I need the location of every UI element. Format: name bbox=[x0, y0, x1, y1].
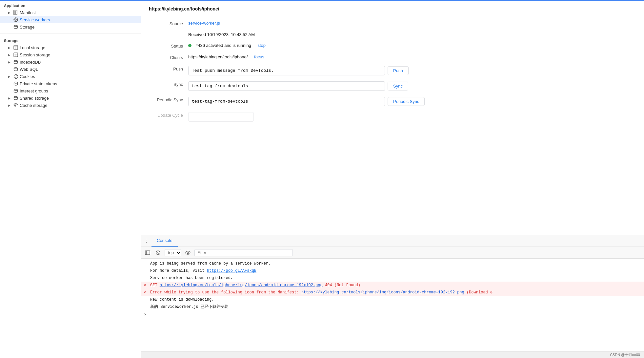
shared-storage-label: Shared storage bbox=[20, 96, 49, 101]
sw-label: Service workers bbox=[20, 17, 50, 22]
manifest-arrow: ▶ bbox=[8, 11, 12, 14]
sidebar-scroll[interactable]: Application ▶ Manifest ▶ bbox=[0, 1, 141, 358]
console-line-6: New content is downloading. bbox=[141, 296, 644, 303]
divider-1 bbox=[0, 33, 141, 33]
svg-line-32 bbox=[157, 251, 159, 254]
status-value: #436 activated and is running stop bbox=[188, 43, 636, 48]
content-panel: https://kylebing.cn/tools/iphone/ Source… bbox=[141, 1, 644, 235]
clients-row: Clients https://kylebing.cn/tools/iphone… bbox=[149, 54, 636, 60]
session-storage-icon bbox=[13, 52, 18, 57]
status-dot bbox=[188, 44, 191, 47]
periodic-sync-input-row: Periodic Sync bbox=[188, 97, 636, 106]
svg-point-22 bbox=[15, 77, 16, 78]
sidebar-item-cache-storage[interactable]: ▶ Cache storage bbox=[0, 102, 141, 109]
sidebar-item-shared-storage[interactable]: ▶ Shared storage bbox=[0, 94, 141, 102]
web-sql-icon bbox=[13, 67, 18, 72]
sidebar-toggle-button[interactable] bbox=[144, 249, 151, 257]
sidebar-item-manifest[interactable]: ▶ Manifest bbox=[0, 9, 141, 16]
console-line-5: ✕ Error while trying to use the followin… bbox=[141, 289, 644, 296]
stop-link[interactable]: stop bbox=[257, 43, 266, 48]
application-section-header: Application bbox=[0, 1, 141, 9]
storage-section-header: Storage bbox=[0, 36, 141, 44]
push-input[interactable] bbox=[188, 66, 385, 75]
svg-point-34 bbox=[187, 252, 189, 253]
console-line-1-text: App is being served from cache by a serv… bbox=[150, 261, 271, 267]
sidebar-item-local-storage[interactable]: ▶ Local storage bbox=[0, 44, 141, 51]
cache-arrow: ▶ bbox=[8, 104, 12, 107]
sidebar-item-cookies[interactable]: ▶ Cookies bbox=[0, 73, 141, 80]
source-row: Source service-worker.js bbox=[149, 21, 636, 26]
source-link[interactable]: service-worker.js bbox=[188, 21, 220, 26]
error-url-2[interactable]: https://kylebing.cn/tools/iphone/img/ico… bbox=[301, 290, 464, 295]
push-label: Push bbox=[149, 66, 188, 71]
status-text: #436 activated and is running bbox=[195, 43, 251, 48]
sidebar-item-indexeddb[interactable]: ▶ IndexedDB bbox=[0, 58, 141, 66]
sidebar-item-private-state-tokens[interactable]: ▶ Private state tokens bbox=[0, 80, 141, 87]
goo-gl-link[interactable]: https://goo.gl/AFskqB bbox=[207, 268, 256, 273]
status-label: Status bbox=[149, 43, 188, 49]
sidebar-item-session-storage[interactable]: ▶ Session storage bbox=[0, 51, 141, 58]
dots-icon[interactable]: ⋮ bbox=[141, 238, 151, 244]
svg-rect-29 bbox=[145, 251, 150, 255]
periodic-sync-row: Periodic Sync Periodic Sync bbox=[149, 97, 636, 106]
sidebar-item-web-sql[interactable]: ▶ Web SQL bbox=[0, 66, 141, 73]
tab-console[interactable]: Console bbox=[151, 235, 178, 247]
sidebar-item-interest-groups[interactable]: ▶ Interest groups bbox=[0, 87, 141, 94]
console-line-4-text: GET https://kylebing.cn/tools/iphone/img… bbox=[150, 282, 360, 288]
svg-point-18 bbox=[14, 68, 18, 69]
push-input-row: Push bbox=[188, 66, 636, 75]
update-cycle-input[interactable] bbox=[188, 112, 254, 122]
shared-arrow: ▶ bbox=[8, 96, 12, 100]
periodic-sync-button[interactable]: Periodic Sync bbox=[388, 97, 425, 106]
sync-label: Sync bbox=[149, 81, 188, 87]
push-value: Push bbox=[188, 66, 636, 75]
web-sql-label: Web SQL bbox=[20, 67, 38, 72]
svg-point-21 bbox=[16, 75, 17, 76]
focus-link[interactable]: focus bbox=[254, 54, 264, 59]
status-bar: CSDN @十月oo00 bbox=[141, 351, 644, 358]
clear-console-button[interactable] bbox=[154, 249, 162, 257]
private-state-tokens-icon bbox=[13, 81, 18, 86]
bottom-tabs: ⋮ Console bbox=[141, 235, 644, 247]
push-button[interactable]: Push bbox=[388, 66, 409, 75]
local-storage-label: Local storage bbox=[20, 45, 45, 50]
console-line-3-text: Service worker has been registered. bbox=[150, 275, 233, 281]
idb-arrow: ▶ bbox=[8, 60, 12, 64]
cookies-label: Cookies bbox=[20, 74, 35, 79]
console-line-2-text: For more details, visit https://goo.gl/A… bbox=[150, 268, 256, 274]
console-line-3: Service worker has been registered. bbox=[141, 274, 644, 282]
filter-input[interactable] bbox=[194, 249, 293, 256]
storage-label: Storage bbox=[20, 25, 35, 30]
status-bar-text: CSDN @十月oo00 bbox=[610, 352, 640, 357]
update-cycle-row: Update Cycle bbox=[149, 112, 636, 122]
indexeddb-icon bbox=[13, 59, 18, 65]
console-line-7: 新的 ServiceWorker.js 已经下载并安装 bbox=[141, 303, 644, 310]
received-label bbox=[149, 32, 188, 33]
error-icon-1: ✕ bbox=[144, 282, 149, 288]
context-selector[interactable]: top bbox=[165, 249, 181, 256]
cookies-icon bbox=[13, 74, 18, 79]
periodic-sync-input[interactable] bbox=[188, 97, 385, 106]
console-line-5-text: Error while trying to use the following … bbox=[150, 289, 493, 295]
console-prompt[interactable]: › bbox=[141, 310, 644, 318]
update-cycle-label: Update Cycle bbox=[149, 112, 188, 118]
sync-button[interactable]: Sync bbox=[388, 82, 408, 90]
console-line-6-text: New content is downloading. bbox=[150, 297, 214, 303]
svg-point-25 bbox=[14, 82, 18, 83]
interest-groups-icon bbox=[13, 88, 18, 93]
source-label: Source bbox=[149, 21, 188, 26]
sidebar-item-service-workers[interactable]: ▶ Service workers bbox=[0, 16, 141, 23]
storage-icon bbox=[13, 24, 18, 30]
source-value: service-worker.js bbox=[188, 21, 636, 26]
cache-storage-icon bbox=[13, 103, 18, 108]
sidebar-item-storage[interactable]: ▶ Storage bbox=[0, 23, 141, 30]
error-url-1[interactable]: https://kylebing.cn/tools/iphone/img/ico… bbox=[160, 283, 323, 288]
sync-input[interactable] bbox=[188, 81, 385, 91]
svg-point-33 bbox=[186, 251, 190, 254]
eye-icon-button[interactable] bbox=[184, 249, 192, 257]
local-storage-icon bbox=[13, 45, 18, 50]
caret-icon: › bbox=[144, 312, 146, 317]
console-content: App is being served from cache by a serv… bbox=[141, 259, 644, 351]
clients-value: https://kylebing.cn/tools/iphone/ focus bbox=[188, 54, 636, 59]
interest-groups-label: Interest groups bbox=[20, 89, 48, 93]
